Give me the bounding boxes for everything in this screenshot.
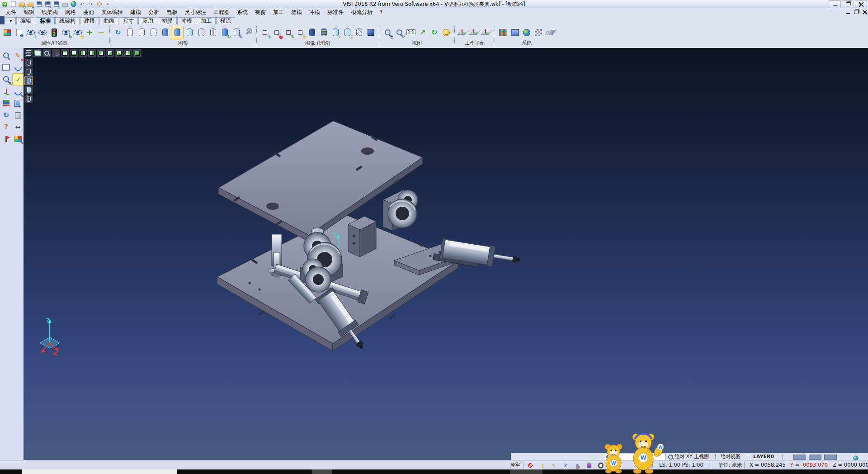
show-entities-icon[interactable]: + <box>25 26 37 39</box>
hidden-line-display-icon[interactable] <box>136 26 147 39</box>
menu-solid-edit[interactable]: 实体编辑 <box>98 8 127 17</box>
menu-help[interactable]: ? <box>376 9 386 16</box>
viewport-menu-icon[interactable] <box>24 49 33 57</box>
preview-icon[interactable] <box>70 0 77 8</box>
view-right-icon[interactable] <box>88 49 96 57</box>
redo-icon[interactable] <box>87 0 94 8</box>
workplane-geometry-icon[interactable] <box>469 26 481 39</box>
render-shaded-icon[interactable] <box>24 76 33 85</box>
view-left-icon[interactable] <box>79 49 87 57</box>
confirm-check-icon[interactable]: ✓ <box>12 73 24 85</box>
menu-system[interactable]: 系统 <box>233 8 251 17</box>
redraw-icon[interactable] <box>112 26 124 39</box>
grid-window-icon[interactable] <box>12 98 24 109</box>
tab-flow[interactable]: 模流 <box>216 17 235 24</box>
palette-save-icon[interactable]: ✎ <box>12 133 24 144</box>
color-swatch-2[interactable] <box>809 455 821 460</box>
view-mode-label[interactable]: 绝对 XY 上视图 <box>675 454 709 460</box>
view-shaded-icon[interactable] <box>133 49 142 57</box>
regen-solid-icon[interactable]: ↻ <box>219 26 231 39</box>
color-table-icon[interactable] <box>497 26 509 39</box>
menu-modeling[interactable]: 建模 <box>127 8 145 17</box>
view-back-icon[interactable] <box>106 49 114 57</box>
centerline-cylinder-icon[interactable] <box>306 26 318 39</box>
show-by-attribute-icon[interactable] <box>13 26 25 39</box>
zoom-window-icon[interactable]: ± <box>382 26 393 39</box>
attribute-painter-icon[interactable] <box>1 26 13 39</box>
color-swatch-3[interactable] <box>824 455 837 460</box>
dynamic-pan-icon[interactable] <box>417 26 429 39</box>
render-translucent-icon[interactable] <box>24 85 33 94</box>
erase-icon[interactable]: × <box>12 50 24 61</box>
hide-entities-icon[interactable]: − <box>37 26 48 39</box>
key-pencil-icon[interactable] <box>550 461 558 469</box>
bookmark-flag-icon[interactable] <box>0 133 12 144</box>
view-top-icon[interactable] <box>61 49 69 57</box>
striped-cylinder-icon[interactable] <box>318 26 330 39</box>
user-block-icon[interactable] <box>573 461 581 469</box>
menu-file[interactable]: 文件 <box>2 8 20 17</box>
curve-pencil-icon[interactable]: ✎ <box>12 86 24 97</box>
add-filter-icon[interactable] <box>84 26 95 39</box>
tab-standard[interactable]: 标准 <box>36 17 55 24</box>
render-hatched-icon[interactable] <box>24 95 33 103</box>
edit-flash-icon[interactable] <box>538 461 546 469</box>
view-iso-1-icon[interactable] <box>115 49 123 57</box>
filter-traffic-light-icon[interactable] <box>48 26 60 39</box>
menu-surface[interactable]: 曲面 <box>80 8 98 17</box>
graphics-settings-icon[interactable] <box>509 26 521 39</box>
axis-orientation-icon[interactable] <box>52 49 60 57</box>
shaded-solid-icon[interactable] <box>365 26 377 39</box>
fit-frame-icon[interactable] <box>33 49 42 57</box>
mdi-close-button[interactable] <box>861 9 868 15</box>
solids-add-icon[interactable]: + <box>259 26 271 39</box>
zoom-window-icon[interactable] <box>0 50 12 61</box>
workplane-view-icon[interactable] <box>481 26 492 39</box>
active-layer-label[interactable]: LAYER0 <box>753 454 774 460</box>
display-settings-icon[interactable] <box>242 26 254 39</box>
work-grid-icon[interactable] <box>544 26 556 39</box>
view-front-icon[interactable] <box>97 49 105 57</box>
taskbar-window-segment[interactable] <box>22 469 177 474</box>
menu-standard-parts[interactable]: 标准件 <box>324 8 347 17</box>
menu-drawing[interactable]: 工程图 <box>210 8 233 17</box>
render-hidden-line-icon[interactable] <box>24 67 33 76</box>
desktop-pet-mascot[interactable]: W W W <box>600 429 670 474</box>
fit-view-icon[interactable] <box>0 62 12 73</box>
regenerate-icon[interactable] <box>0 109 12 121</box>
open-copy-icon[interactable]: + <box>27 0 34 8</box>
mdi-minimize-button[interactable] <box>844 9 851 15</box>
open-file-icon[interactable]: ↺ <box>18 0 26 8</box>
tab-surface[interactable]: 曲面 <box>99 17 118 24</box>
spline-edit-icon[interactable] <box>12 62 24 73</box>
solids-toggle-icon[interactable]: ± <box>294 26 306 39</box>
rotate-view-icon[interactable] <box>429 26 440 39</box>
toolbar-options-icon[interactable] <box>104 0 112 8</box>
solids-refresh-icon[interactable]: ↻ <box>283 26 294 39</box>
save-all-icon[interactable]: ↻ <box>52 0 60 8</box>
translucent-display-icon[interactable] <box>184 26 195 39</box>
mesh-cylinder-icon[interactable] <box>353 26 365 39</box>
menu-mesh[interactable]: 网格 <box>61 8 80 17</box>
snap-lock-label[interactable]: 拴牢 <box>510 462 520 469</box>
dimension-icon[interactable] <box>12 121 24 133</box>
globe-icon[interactable] <box>851 453 861 460</box>
tab-wireframe[interactable]: 线架构 <box>55 17 80 24</box>
tab-edit[interactable]: 编辑 <box>16 17 35 24</box>
menu-window[interactable]: 视窗 <box>251 8 269 17</box>
view-bottom-icon[interactable] <box>70 49 78 57</box>
menu-stamping[interactable]: 冲模 <box>306 8 324 17</box>
tab-apply[interactable]: 应用 <box>138 17 157 24</box>
attribute-books-icon[interactable] <box>0 98 12 109</box>
save-as-icon[interactable]: ✎ <box>44 0 52 8</box>
menu-analysis[interactable]: 分析 <box>145 8 163 17</box>
zoom-extents-icon[interactable]: ↗ <box>393 26 405 39</box>
system-globe-icon[interactable] <box>521 26 533 39</box>
zoom-options-icon[interactable]: ± <box>0 73 12 85</box>
taskbar-segment[interactable] <box>312 469 332 474</box>
minimize-button[interactable] <box>829 0 841 8</box>
shaded-edges-display-icon[interactable] <box>171 26 184 39</box>
solids-filter-icon[interactable]: ● <box>271 26 283 39</box>
tab-dimension[interactable]: 尺寸 <box>119 17 138 24</box>
view-iso-2-icon[interactable] <box>124 49 132 57</box>
